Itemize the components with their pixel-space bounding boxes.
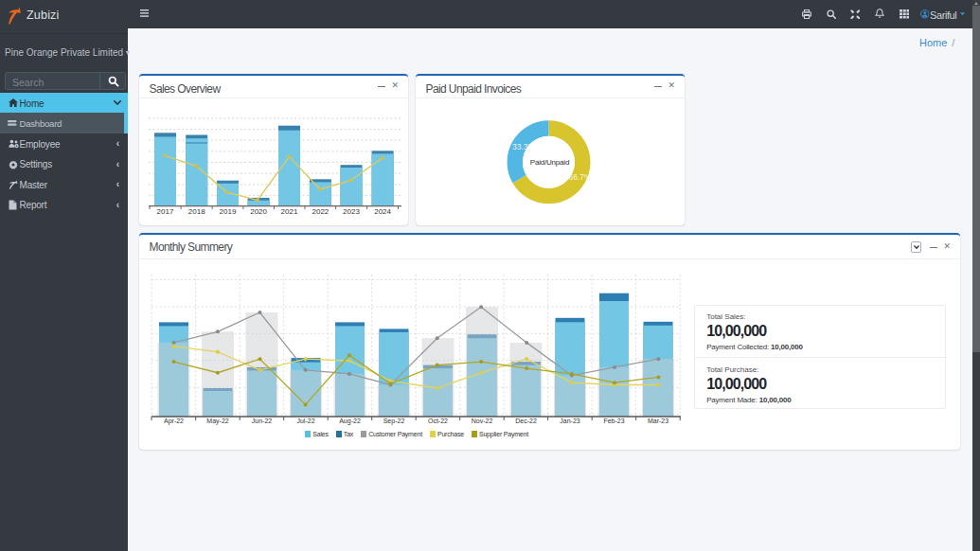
svg-text:2023: 2023 [343, 207, 360, 216]
svg-text:2024: 2024 [374, 207, 391, 216]
svg-text:Jan-23: Jan-23 [560, 418, 580, 424]
svg-text:2021: 2021 [281, 207, 298, 216]
svg-text:Nov-22: Nov-22 [472, 418, 493, 424]
svg-text:Apr-22: Apr-22 [164, 418, 184, 425]
svg-text:Jun-22: Jun-22 [252, 418, 273, 424]
svg-text:2018: 2018 [188, 207, 205, 216]
svg-text:2019: 2019 [220, 207, 237, 216]
svg-text:2020: 2020 [250, 207, 267, 216]
svg-text:Jul-22: Jul-22 [296, 418, 314, 424]
svg-text:Mar-23: Mar-23 [648, 418, 668, 424]
svg-text:Aug-22: Aug-22 [339, 418, 361, 425]
svg-text:May-22: May-22 [206, 418, 228, 425]
svg-text:Paid/Unpaid: Paid/Unpaid [530, 158, 569, 167]
svg-text:Feb-23: Feb-23 [603, 418, 624, 424]
svg-text:2022: 2022 [312, 207, 330, 216]
svg-text:2017: 2017 [157, 207, 174, 216]
svg-text:Sep-22: Sep-22 [383, 418, 405, 425]
svg-text:Dec-22: Dec-22 [515, 418, 537, 424]
svg-text:Oct-22: Oct-22 [428, 418, 448, 424]
